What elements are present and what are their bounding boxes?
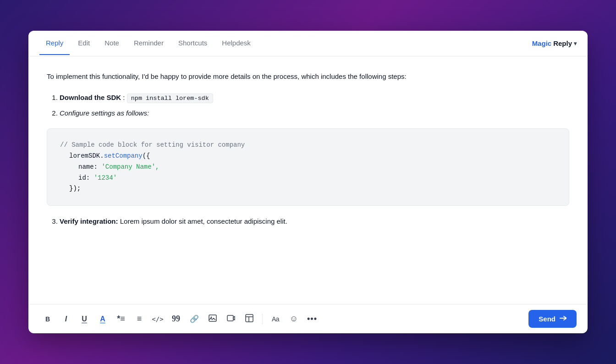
step3-bold: Verify integration: [60,217,118,225]
code-line-3: name: 'Company Name', [78,162,556,173]
video-icon [226,314,236,325]
quote-button[interactable]: 99 [168,311,184,327]
tab-reminder[interactable]: Reminder [127,32,170,55]
tab-helpdesk[interactable]: Helpdesk [215,32,257,55]
bold-icon: B [45,315,50,323]
code-object: loremSDK [69,152,100,160]
code-comment: // Sample code block for setting visitor… [60,141,245,149]
code-button[interactable]: </> [149,311,166,327]
video-button[interactable] [223,311,239,327]
unordered-list-button[interactable]: ≡ [131,311,148,327]
underline-a-icon: A [100,315,105,323]
list-item: Configure settings as follows: [60,107,569,119]
steps-list-continued: Verify integration: Lorem ipsum dolor si… [47,215,569,227]
magic-label: Magic [532,39,552,47]
toolbar-separator [262,314,263,325]
list-item: Download the SDK : npm install lorem-sdk [60,91,569,104]
tab-note[interactable]: Note [98,32,126,55]
unordered-list-icon: ≡ [137,314,142,324]
ordered-list-icon: *≡ [117,314,125,324]
tab-magic-reply[interactable]: MagicReply ▾ [532,39,577,47]
italic-icon: I [65,315,67,323]
italic-button[interactable]: I [58,311,74,327]
step1-code: npm install lorem-sdk [127,94,213,103]
link-icon: 🔗 [190,314,199,323]
code-line-2: loremSDK.setCompany({ [69,151,556,162]
image-button[interactable] [204,311,221,327]
step1-bold: Download the SDK [60,94,121,101]
emoji-icon: ☺ [290,314,298,324]
bold-button[interactable]: B [39,311,56,327]
tab-edit[interactable]: Edit [72,32,96,55]
template-icon [245,314,254,325]
code-block: // Sample code block for setting visitor… [47,128,569,206]
link-button[interactable]: 🔗 [186,311,203,327]
code-line-5: }); [69,183,556,194]
more-button[interactable]: ••• [304,311,320,327]
code-icon: </> [152,315,163,323]
steps-list: Download the SDK : npm install lorem-sdk… [47,91,569,119]
reply-label: Reply [553,39,572,47]
emoji-button[interactable]: ☺ [286,311,302,327]
code-method: setCompany [104,152,143,160]
svg-point-1 [211,316,212,318]
send-icon [559,314,566,323]
toolbar: B I U A *≡ ≡ </> 99 🔗 [28,304,588,333]
send-button[interactable]: Send [528,310,577,328]
svg-rect-2 [227,315,233,321]
more-icon: ••• [307,314,317,324]
step1-colon: : [121,94,127,101]
chevron-down-icon: ▾ [574,40,577,47]
underline-button[interactable]: U [76,311,93,327]
step2-italic: Configure settings as follows: [60,109,149,117]
image-icon [208,314,217,325]
step3-rest: Lorem ipsum dolor sit amet, consectetur … [118,217,287,225]
ordered-list-button[interactable]: *≡ [113,311,129,327]
svg-rect-0 [209,315,216,321]
font-size-icon: Aa [272,315,279,323]
intro-paragraph: To implement this functionality, I'd be … [47,71,569,82]
tab-shortcuts[interactable]: Shortcuts [172,32,214,55]
content-area: To implement this functionality, I'd be … [28,56,588,304]
tab-bar: Reply Edit Note Reminder Shortcuts Helpd… [28,31,588,56]
template-button[interactable] [241,311,258,327]
tab-reply[interactable]: Reply [39,32,70,55]
send-label: Send [539,315,556,323]
code-line-4: id: '1234' [78,173,556,184]
underline-a-button[interactable]: A [94,311,111,327]
reply-card: Reply Edit Note Reminder Shortcuts Helpd… [28,31,588,333]
quote-icon: 99 [172,314,180,324]
underline-icon: U [82,315,87,323]
font-size-button[interactable]: Aa [267,311,284,327]
list-item: Verify integration: Lorem ipsum dolor si… [60,215,569,227]
svg-rect-3 [246,314,253,322]
